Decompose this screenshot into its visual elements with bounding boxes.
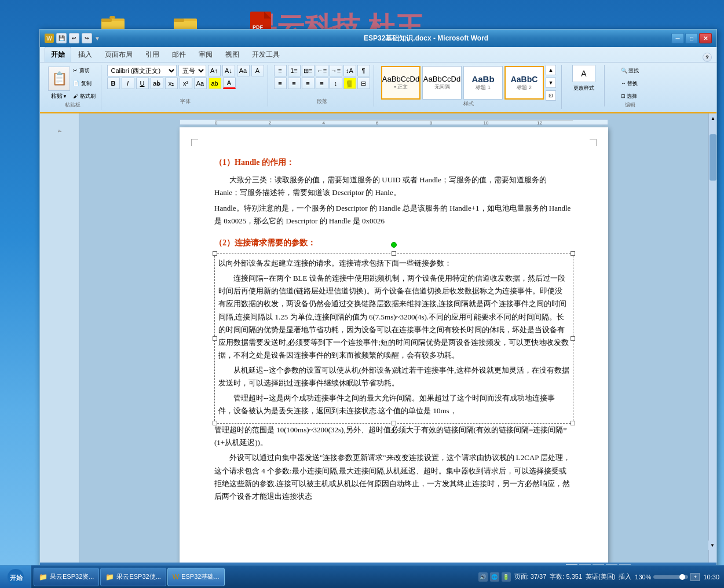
shrink-font-btn[interactable]: A↓ (222, 65, 235, 76)
find-area: 🔍 查找 ↔ 替换 ⊡ 选择 (619, 65, 641, 102)
tab-insert[interactable]: 插入 (72, 47, 98, 62)
list-bullets-btn[interactable]: ≡ (274, 65, 287, 76)
restore-btn[interactable]: □ (685, 33, 698, 43)
close-btn[interactable]: ✕ (699, 33, 712, 43)
decrease-indent-btn[interactable]: ←≡ (316, 65, 328, 76)
taskbar-item-2[interactable]: 📁 果云ESP32使... (100, 568, 166, 586)
rotation-handle[interactable] (391, 242, 397, 248)
tab-page-layout[interactable]: 页面布局 (99, 47, 138, 62)
superscript-btn[interactable]: x² (180, 78, 192, 89)
taskbar-item-3[interactable]: W ESP32基础... (167, 568, 225, 586)
handle-br (571, 421, 575, 425)
justify-btn[interactable]: ≡ (316, 78, 328, 89)
format-painter-btn[interactable]: 🖌 格式刷 (71, 90, 97, 102)
list-numbers-btn[interactable]: 1≡ (288, 65, 301, 76)
font-size-select[interactable]: 五号 (178, 65, 206, 76)
change-styles-area: A 更改样式 (572, 65, 595, 92)
tab-start[interactable]: 开始 (45, 47, 71, 62)
font-color-btn[interactable]: A (223, 78, 236, 89)
grow-font-btn[interactable]: A↑ (208, 65, 221, 76)
ribbon-group-find: 🔍 查找 ↔ 替换 ⊡ 选择 编辑 (607, 65, 653, 110)
bottom-zoom: 130% (635, 574, 651, 580)
zoom-in-bottom-btn[interactable]: + (690, 573, 700, 581)
word-window: W 💾 ↩ ↪ ▼ ESP32基础知识.docx - Microsoft Wor… (39, 29, 717, 576)
replace-btn[interactable]: ↔ 替换 (619, 78, 641, 89)
window-title: ESP32基础知识.docx - Microsoft Word (364, 34, 669, 43)
subscript-btn[interactable]: x₂ (165, 78, 178, 89)
tab-developer[interactable]: 开发工具 (246, 47, 286, 62)
change-styles-icon[interactable]: A (572, 65, 595, 82)
svg-text:开始: 开始 (9, 574, 23, 581)
style-scroll-down[interactable]: ▼ (546, 78, 556, 88)
system-taskbar: 开始 📁 果云ESP32资... 📁 果云ESP32使... W ESP32基础… (0, 565, 724, 588)
align-center-btn[interactable]: ≡ (288, 78, 301, 89)
tab-view[interactable]: 视图 (220, 47, 245, 62)
strikethrough-btn[interactable]: ab̶ (151, 78, 163, 89)
styles-area: AaBbCcDd ▪ 正文 AaBbCcDd 无间隔 AaBb 标题 1 A (381, 65, 556, 101)
style-normal-btn[interactable]: AaBbCcDd ▪ 正文 (381, 66, 420, 100)
taskbar-item-1[interactable]: 📁 果云ESP32资... (34, 568, 99, 586)
document-page[interactable]: （1）Handle 的作用： 大致分三类：读取服务的值，需要知道服务的 UUID… (180, 127, 608, 563)
multilevel-list-btn[interactable]: ⊞≡ (302, 65, 315, 76)
redo-quick-btn[interactable]: ↪ (82, 33, 92, 43)
tray-icon-2: 🌐 (490, 572, 499, 582)
bottom-zoom-thumb[interactable] (679, 574, 685, 580)
scroll-up-btn[interactable]: ▲ (709, 113, 716, 123)
section2-para0: 以向外部设备发起建立连接的请求。连接请求包括下面一些链接参数： (218, 257, 569, 270)
handle-ml (213, 336, 217, 341)
copy-btn[interactable]: 📄 复制 (71, 78, 97, 89)
change-styles-label[interactable]: 更改样式 (573, 84, 594, 92)
scrollbar-vertical[interactable]: ▲ ▼ (708, 113, 716, 563)
align-left-btn[interactable]: ≡ (274, 78, 287, 89)
style-heading1-btn[interactable]: AaBb 标题 1 (463, 66, 503, 100)
text-effect-btn[interactable]: Aa (194, 78, 207, 89)
ribbon-group-styles: AaBbCcDd ▪ 正文 AaBbCcDd 无间隔 AaBb 标题 1 A (376, 65, 562, 109)
style-no-spacing-btn[interactable]: AaBbCcDd 无间隔 (422, 66, 462, 100)
tab-references[interactable]: 引用 (140, 47, 165, 62)
style-more-btn[interactable]: ⊡ (546, 90, 556, 101)
svg-rect-6 (174, 19, 184, 22)
document-main: 0 2 4 6 8 10 12 （1）Handle 的作用： (79, 113, 708, 563)
ribbon-group-change-styles: A 更改样式 (564, 65, 605, 106)
bold-btn[interactable]: B (107, 78, 120, 89)
section2-para3: 管理超时--这是两个成功连接事件之间的最大允许间隔。如果超过了这个时间而没有成功… (218, 392, 569, 417)
minimize-btn[interactable]: ─ (671, 33, 684, 43)
italic-btn[interactable]: I (122, 78, 134, 89)
style-scroll-up[interactable]: ▲ (546, 65, 556, 75)
style-heading2-btn[interactable]: AaBbC 标题 2 (504, 66, 544, 100)
paste-btn[interactable]: 📋 (48, 67, 70, 91)
help-btn[interactable]: ? (703, 53, 712, 62)
paragraph-label: 段落 (270, 98, 374, 105)
borders-btn[interactable]: ⊟ (357, 78, 370, 89)
find-btn[interactable]: 🔍 查找 (619, 65, 641, 76)
selection-box[interactable]: 以向外部设备发起建立连接的请求。连接请求包括下面一些链接参数： 连接间隔--在两… (214, 253, 573, 424)
tab-review[interactable]: 审阅 (193, 47, 218, 62)
start-button[interactable]: 开始 (0, 565, 31, 588)
clear-format-btn[interactable]: Aa (237, 65, 250, 76)
scroll-down-btn[interactable]: ▼ (708, 541, 716, 550)
corner-tr (590, 139, 597, 146)
align-right-btn[interactable]: ≡ (302, 78, 315, 89)
save-quick-btn[interactable]: 💾 (56, 33, 67, 43)
shading-btn[interactable]: ▒ (343, 78, 356, 89)
scroll-thumb[interactable] (710, 134, 716, 181)
sidebar-text: 4 (57, 130, 63, 133)
find-label: 编辑 (607, 101, 653, 109)
font-name-select[interactable]: Calibri (西文正文) (107, 65, 177, 76)
ribbon-group-clipboard: 📋 粘贴▼ ✂ 剪切 📄 复制 🖌 格式刷 粘贴板 (45, 65, 101, 110)
sort-btn[interactable]: ↕A (343, 65, 356, 76)
handle-tr (571, 251, 575, 256)
font-style-btn[interactable]: A (251, 65, 264, 76)
cut-btn[interactable]: ✂ 剪切 (71, 65, 97, 76)
show-hide-btn[interactable]: ¶ (357, 65, 370, 76)
font-group-label: 字体 (104, 98, 268, 105)
underline-btn[interactable]: U (136, 78, 149, 89)
select-btn[interactable]: ⊡ 选择 (619, 90, 641, 102)
section2-para2: 从机延迟--这个参数的设置可以使从机(外部设备)跳过若干连接事件,这样外设就更加… (218, 364, 569, 389)
title-bar: W 💾 ↩ ↪ ▼ ESP32基础知识.docx - Microsoft Wor… (40, 30, 716, 47)
undo-quick-btn[interactable]: ↩ (69, 33, 79, 43)
line-spacing-btn[interactable]: ↕ (330, 78, 342, 89)
highlight-btn[interactable]: ab (209, 78, 221, 89)
tab-mail[interactable]: 邮件 (166, 47, 192, 62)
increase-indent-btn[interactable]: →≡ (330, 65, 342, 76)
